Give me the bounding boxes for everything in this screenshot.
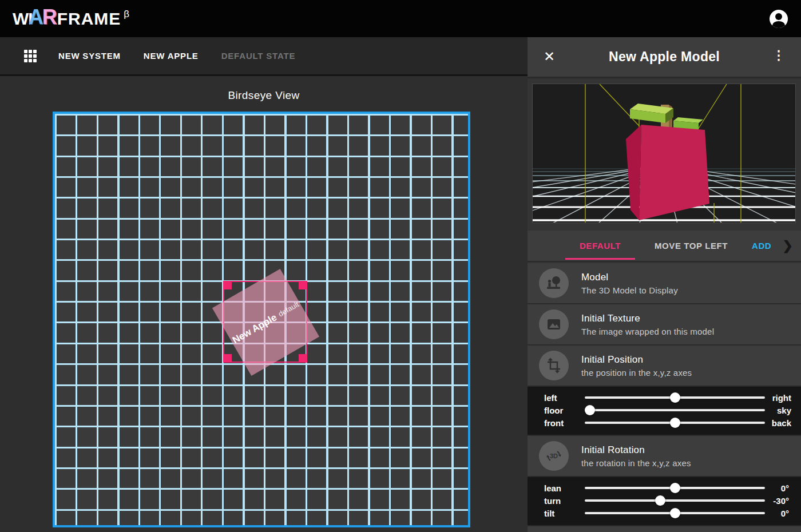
row-model[interactable]: Model The 3D Model to Display (528, 263, 801, 304)
row-subtitle: the position in the x,y,z axes (581, 368, 692, 378)
birdseye-canvas[interactable]: Birdseye View New Apple default (0, 78, 528, 532)
kebab-menu-icon[interactable]: ⋮ (772, 49, 785, 62)
active-tab-underline (565, 258, 635, 260)
tab-default[interactable]: DEFAULT (565, 241, 635, 251)
rotation-y-slider[interactable] (585, 499, 765, 502)
slider-label-right: right (751, 393, 791, 403)
row-title: Initial Rotation (581, 444, 691, 456)
row-title: Model (581, 272, 678, 283)
model-inspector-panel: ✕ New Apple Model ⋮ (528, 37, 801, 532)
model-3d-preview[interactable] (532, 84, 796, 223)
wiarframe-app: WIARFRAMEβ NEW SYSTEM NEW APPLE DEFAULT … (0, 0, 801, 532)
row-title: Initial Texture (581, 313, 714, 324)
slider-label-sky: sky (751, 406, 791, 415)
panel-header: ✕ New Apple Model ⋮ (528, 37, 801, 78)
rotation-sliders: lean 0° turn -30° tilt 0° (528, 477, 801, 526)
tab-add[interactable]: ADD (752, 241, 776, 251)
slider-thumb[interactable] (585, 405, 595, 415)
row-subtitle: The 3D Model to Display (581, 285, 678, 295)
apps-grid-icon[interactable] (24, 50, 37, 62)
slider-label-back: back (751, 418, 791, 428)
row-initial-rotation[interactable]: 3D Initial Rotation the rotation in the … (528, 436, 801, 477)
rotation-y-value: -30° (749, 496, 789, 506)
canvas-title: Birdseye View (0, 89, 528, 102)
panel-title: New Apple Model (528, 49, 801, 65)
chevron-right-icon[interactable]: ❯ (783, 239, 793, 253)
position-axes-icon (539, 351, 569, 380)
rotation-x-slider[interactable] (585, 487, 765, 489)
row-subtitle: the rotation in the x,y,z axes (581, 458, 691, 468)
state-tabs: DEFAULT MOVE TOP LEFT ADD ❯ (528, 231, 801, 262)
slider-label-floor: floor (544, 406, 581, 415)
wiarframe-logo[interactable]: WIARFRAMEβ (13, 10, 130, 27)
resize-handle-top-right[interactable] (299, 282, 306, 289)
svg-text:3D: 3D (550, 452, 558, 459)
rotation-z-value: 0° (749, 509, 789, 518)
slider-thumb[interactable] (670, 483, 680, 493)
position-x-slider[interactable] (585, 396, 765, 399)
slider-thumb[interactable] (670, 418, 680, 428)
object-state-label: default (276, 300, 300, 319)
logo-letter-ar-a: A (29, 7, 44, 27)
slider-label-tilt: tilt (544, 509, 581, 518)
slider-label-front: front (544, 418, 581, 428)
slider-label-left: left (544, 393, 581, 403)
slider-label-lean: lean (544, 483, 581, 493)
logo-letter-ar-r: R (42, 7, 58, 27)
app-bar: WIARFRAMEβ (0, 0, 801, 37)
rotation-3d-icon: 3D (539, 441, 569, 471)
logo-letter: FRAME (57, 10, 121, 27)
position-sliders: left right floor sky front back (528, 387, 801, 436)
object-name-label: New Apple (230, 311, 279, 346)
row-subtitle: The image wrapped on this model (581, 327, 714, 336)
breadcrumb-default-state: DEFAULT STATE (221, 51, 296, 61)
beta-badge: β (124, 9, 130, 19)
logo-letter: W (13, 10, 29, 27)
resize-handle-bottom-right[interactable] (299, 354, 306, 362)
position-y-slider[interactable] (585, 409, 765, 411)
slider-thumb[interactable] (670, 508, 680, 518)
preview-scene (533, 84, 795, 223)
texture-image-icon (539, 309, 569, 339)
row-title: Initial Position (581, 354, 692, 366)
row-initial-texture[interactable]: Initial Texture The image wrapped on thi… (528, 304, 801, 346)
breadcrumb-bar: NEW SYSTEM NEW APPLE DEFAULT STATE (0, 37, 528, 76)
breadcrumb-new-apple[interactable]: NEW APPLE (144, 51, 199, 61)
slider-thumb[interactable] (655, 495, 665, 506)
breadcrumb-new-system[interactable]: NEW SYSTEM (58, 51, 121, 61)
tab-move-top-left[interactable]: MOVE TOP LEFT (643, 241, 739, 251)
rotation-x-value: 0° (749, 483, 789, 493)
account-avatar-icon[interactable] (770, 10, 788, 28)
rotation-z-slider[interactable] (585, 512, 765, 514)
slider-label-turn: turn (544, 496, 581, 506)
property-list: Model The 3D Model to Display Initial Te… (528, 263, 801, 532)
selected-object-bounds[interactable]: New Apple default (223, 281, 307, 363)
model-3d-icon (539, 268, 569, 298)
row-initial-size[interactable]: Initial Size (528, 526, 801, 532)
slider-thumb[interactable] (670, 392, 680, 403)
resize-handle-top-left[interactable] (224, 282, 232, 289)
row-initial-position[interactable]: Initial Position the position in the x,y… (528, 346, 801, 387)
birdseye-grid[interactable]: New Apple default (53, 112, 470, 527)
position-z-slider[interactable] (585, 422, 765, 424)
resize-handle-bottom-left[interactable] (224, 354, 232, 362)
